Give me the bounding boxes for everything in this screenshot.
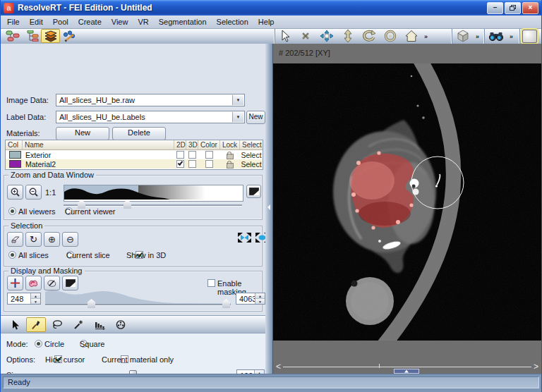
restore-button[interactable] bbox=[505, 2, 521, 14]
masking-histogram bbox=[45, 287, 231, 304]
select-link[interactable]: Select bbox=[240, 160, 263, 169]
chevron-down-icon[interactable]: ▼ bbox=[232, 95, 243, 105]
material2-color-swatch[interactable] bbox=[9, 160, 21, 168]
zoom-icon[interactable] bbox=[339, 29, 356, 44]
lock-icon[interactable] bbox=[227, 154, 234, 159]
data-window-track[interactable] bbox=[64, 204, 242, 206]
blow-tool[interactable] bbox=[111, 317, 131, 332]
menu-help[interactable]: Help bbox=[253, 16, 279, 27]
data-window-options-button[interactable] bbox=[246, 185, 261, 198]
select-header[interactable]: Select bbox=[240, 140, 263, 150]
col-header[interactable]: Col bbox=[6, 140, 23, 150]
zoom-in-button[interactable] bbox=[7, 185, 23, 200]
home-icon[interactable] bbox=[403, 29, 420, 44]
clear-selection-button[interactable] bbox=[7, 232, 23, 247]
masking-range-track[interactable] bbox=[45, 304, 231, 305]
material-name[interactable]: Exterior bbox=[23, 151, 174, 159]
view-cube-icon[interactable] bbox=[454, 29, 471, 44]
exterior-color-swatch[interactable] bbox=[9, 151, 21, 159]
spin-down-icon[interactable]: ▼ bbox=[31, 299, 40, 304]
lock-header[interactable]: Lock bbox=[220, 140, 240, 150]
2d-checkbox[interactable] bbox=[176, 160, 184, 168]
replace-selection-button[interactable]: ↻ bbox=[25, 232, 42, 247]
table-row-exterior[interactable]: Exterior Select bbox=[6, 150, 263, 159]
ct-slice-canvas[interactable] bbox=[273, 63, 541, 341]
crosshair-button[interactable] bbox=[7, 276, 23, 290]
current-material-only-label: Current material only bbox=[102, 355, 174, 364]
masking-display-button[interactable] bbox=[25, 276, 42, 290]
color-checkbox[interactable] bbox=[205, 151, 213, 159]
slice-slider-line[interactable] bbox=[283, 367, 531, 367]
label-data-new-button[interactable]: New bbox=[246, 111, 265, 124]
all-slices-radio[interactable] bbox=[8, 251, 16, 259]
color-checkbox[interactable] bbox=[205, 160, 213, 168]
trackball-icon[interactable] bbox=[297, 29, 314, 44]
subtract-selection-button[interactable]: ⊖ bbox=[62, 232, 78, 247]
menu-create[interactable]: Create bbox=[73, 16, 107, 27]
menu-edit[interactable]: Edit bbox=[25, 16, 48, 27]
select-link[interactable]: Select bbox=[240, 151, 263, 159]
options-label: Options: bbox=[6, 355, 35, 364]
rotate-icon[interactable] bbox=[361, 29, 378, 44]
zoom-out-button[interactable] bbox=[25, 185, 42, 200]
color-header[interactable]: Color bbox=[198, 140, 220, 150]
minimize-button[interactable]: – bbox=[487, 2, 503, 14]
lasso-tool[interactable] bbox=[47, 317, 67, 332]
pointer-tool[interactable] bbox=[5, 317, 25, 332]
spin-up-icon[interactable]: ▲ bbox=[255, 293, 265, 299]
nav-overflow-chevron[interactable]: » bbox=[424, 33, 428, 40]
brush-tool[interactable] bbox=[26, 317, 46, 332]
3d-checkbox[interactable] bbox=[188, 160, 196, 168]
range-max-spinbox[interactable]: 4063 ▲▼ bbox=[236, 293, 265, 305]
lock-icon[interactable] bbox=[227, 163, 234, 169]
pointer-icon[interactable] bbox=[277, 29, 293, 44]
layers-icon[interactable] bbox=[41, 29, 60, 43]
material-new-button[interactable]: New bbox=[56, 127, 109, 140]
pan-icon[interactable] bbox=[318, 29, 335, 44]
close-button[interactable]: × bbox=[522, 2, 538, 14]
label-data-combo[interactable]: All_slices_HU_be.Labels ▼ bbox=[56, 111, 245, 123]
data-window-histogram[interactable] bbox=[64, 185, 243, 202]
menu-view[interactable]: View bbox=[107, 16, 133, 27]
mode-circle-radio[interactable] bbox=[35, 340, 42, 348]
2d-checkbox[interactable] bbox=[176, 151, 184, 159]
2d-header[interactable]: 2D bbox=[174, 140, 186, 150]
threshold-tool[interactable] bbox=[90, 317, 109, 332]
menu-file[interactable]: File bbox=[2, 16, 25, 27]
image-data-combo[interactable]: All_slices_HU_be.raw ▼ bbox=[56, 94, 245, 106]
3d-checkbox[interactable] bbox=[188, 151, 196, 159]
seek-icon[interactable] bbox=[382, 29, 399, 44]
shrink-selection-button[interactable] bbox=[237, 232, 252, 245]
menu-vr[interactable]: VR bbox=[133, 16, 153, 27]
name-header[interactable]: Name bbox=[23, 140, 174, 150]
search-overflow-chevron[interactable]: » bbox=[510, 33, 513, 40]
mode-circle-label: Circle bbox=[44, 340, 64, 348]
binoculars-icon[interactable] bbox=[487, 29, 505, 44]
viewcube-overflow-chevron[interactable]: » bbox=[476, 33, 479, 40]
material-name[interactable]: Material2 bbox=[23, 160, 174, 169]
slice-slider-handle[interactable] bbox=[394, 369, 419, 374]
splitter-collapse-icon[interactable] bbox=[267, 204, 270, 210]
all-viewers-radio[interactable] bbox=[8, 207, 16, 215]
spin-up-icon[interactable]: ▲ bbox=[31, 293, 40, 299]
chevron-down-icon[interactable]: ▼ bbox=[232, 112, 243, 122]
slice-next-arrow[interactable]: > bbox=[534, 362, 538, 371]
slice-prev-arrow[interactable]: < bbox=[276, 362, 281, 371]
enable-masking-checkbox[interactable] bbox=[207, 279, 215, 287]
menu-segmentation[interactable]: Segmentation bbox=[154, 16, 212, 27]
tree-view-icon[interactable] bbox=[22, 29, 41, 43]
range-min-spinbox[interactable]: 248 ▲▼ bbox=[7, 293, 41, 305]
panel-splitter[interactable] bbox=[265, 44, 272, 374]
all-viewers-label: All viewers bbox=[18, 207, 56, 216]
layout-single-icon[interactable] bbox=[522, 30, 537, 43]
pool-icon[interactable] bbox=[3, 29, 22, 43]
3d-header[interactable]: 3D bbox=[186, 140, 198, 150]
menu-selection[interactable]: Selection bbox=[212, 16, 253, 27]
magic-wand-tool[interactable] bbox=[68, 317, 88, 332]
spin-down-icon[interactable]: ▼ bbox=[255, 299, 265, 304]
add-selection-button[interactable]: ⊕ bbox=[44, 232, 60, 247]
segmentation-editor-icon[interactable] bbox=[60, 29, 79, 43]
table-row-material2[interactable]: Material2 Select bbox=[6, 159, 263, 169]
menu-pool[interactable]: Pool bbox=[48, 16, 73, 27]
material-delete-button[interactable]: Delete bbox=[112, 127, 166, 140]
